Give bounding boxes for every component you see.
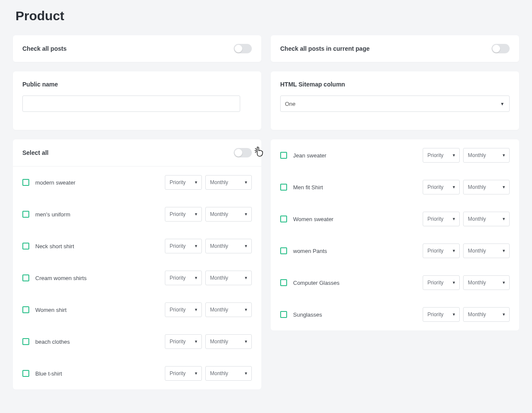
product-checkbox[interactable] [22, 306, 29, 313]
frequency-select[interactable]: Monthly [463, 307, 510, 322]
frequency-select[interactable]: Monthly [205, 175, 252, 190]
product-name: Sunglasses [293, 311, 322, 318]
sitemap-column-card: HTML Sitemap column One [271, 71, 519, 130]
product-checkbox[interactable] [280, 311, 287, 318]
product-name: beach clothes [35, 339, 70, 345]
product-checkbox[interactable] [22, 211, 29, 218]
priority-select[interactable]: Priority [165, 302, 202, 317]
product-checkbox[interactable] [280, 279, 287, 286]
product-checkbox[interactable] [280, 216, 287, 222]
page-title: Product [15, 9, 519, 23]
product-name: Women sweater [293, 216, 334, 222]
product-name: men's uniform [35, 211, 70, 218]
frequency-select[interactable]: Monthly [463, 148, 510, 163]
product-row: beach clothesPriorityMonthly [13, 326, 261, 358]
priority-select[interactable]: Priority [423, 275, 460, 290]
priority-select[interactable]: Priority [165, 366, 202, 381]
product-checkbox[interactable] [280, 247, 287, 254]
product-checkbox[interactable] [22, 370, 29, 377]
product-row: Men fit ShirtPriorityMonthly [271, 171, 519, 203]
priority-select[interactable]: Priority [165, 239, 202, 253]
product-row: Women shirtPriorityMonthly [13, 294, 261, 326]
select-all-toggle[interactable] [234, 148, 252, 157]
product-row: Blue t-shirtPriorityMonthly [13, 358, 261, 389]
product-row: women PantsPriorityMonthly [271, 235, 519, 267]
public-name-card: Public name [13, 71, 261, 130]
public-name-input[interactable] [22, 96, 240, 112]
check-all-current-page-card: Check all posts in current page [271, 35, 519, 62]
sitemap-column-select[interactable]: One [280, 96, 510, 112]
product-list-left: modern sweaterPriorityMonthlymen's unifo… [13, 166, 261, 389]
cursor-pointer-icon [253, 145, 266, 163]
frequency-select[interactable]: Monthly [463, 180, 510, 194]
product-checkbox[interactable] [22, 243, 29, 250]
check-all-posts-toggle[interactable] [234, 44, 252, 53]
product-checkbox[interactable] [22, 338, 29, 345]
select-all-card: Select all [13, 139, 261, 166]
check-all-current-page-toggle[interactable] [492, 44, 510, 53]
product-name: Cream women shirts [35, 275, 87, 281]
product-name: Jean sweater [293, 152, 326, 159]
product-row: men's uniformPriorityMonthly [13, 198, 261, 230]
frequency-select[interactable]: Monthly [463, 212, 510, 226]
frequency-select[interactable]: Monthly [205, 239, 252, 253]
priority-select[interactable]: Priority [423, 212, 460, 226]
frequency-select[interactable]: Monthly [205, 207, 252, 222]
frequency-select[interactable]: Monthly [463, 243, 510, 258]
frequency-select[interactable]: Monthly [463, 275, 510, 290]
select-all-label: Select all [22, 149, 49, 156]
product-name: Computer Glasses [293, 280, 340, 286]
public-name-label: Public name [22, 81, 252, 88]
check-all-posts-label: Check all posts [22, 45, 67, 52]
product-row: Women sweaterPriorityMonthly [271, 203, 519, 235]
product-row: Jean sweaterPriorityMonthly [271, 139, 519, 171]
product-list-right: Jean sweaterPriorityMonthlyMen fit Shirt… [271, 139, 519, 330]
priority-select[interactable]: Priority [423, 148, 460, 163]
priority-select[interactable]: Priority [165, 334, 202, 349]
priority-select[interactable]: Priority [423, 180, 460, 194]
product-checkbox[interactable] [22, 274, 29, 281]
priority-select[interactable]: Priority [165, 175, 202, 190]
product-row: Cream women shirtsPriorityMonthly [13, 262, 261, 294]
product-checkbox[interactable] [22, 179, 29, 186]
product-row: Neck short shirtPriorityMonthly [13, 230, 261, 262]
product-name: Blue t-shirt [35, 370, 62, 377]
frequency-select[interactable]: Monthly [205, 271, 252, 285]
product-checkbox[interactable] [280, 152, 287, 159]
frequency-select[interactable]: Monthly [205, 334, 252, 349]
priority-select[interactable]: Priority [423, 307, 460, 322]
product-checkbox[interactable] [280, 184, 287, 191]
check-all-current-page-label: Check all posts in current page [280, 45, 370, 52]
product-column-left: Select all modern sweaterPriorityMonthly… [13, 139, 261, 389]
product-name: Neck short shirt [35, 243, 74, 250]
priority-select[interactable]: Priority [423, 243, 460, 258]
frequency-select[interactable]: Monthly [205, 366, 252, 381]
product-row: SunglassesPriorityMonthly [271, 299, 519, 330]
product-row: modern sweaterPriorityMonthly [13, 166, 261, 198]
sitemap-column-label: HTML Sitemap column [280, 81, 510, 88]
product-name: Women shirt [35, 307, 67, 313]
priority-select[interactable]: Priority [165, 271, 202, 285]
product-column-right: Jean sweaterPriorityMonthlyMen fit Shirt… [271, 139, 519, 330]
priority-select[interactable]: Priority [165, 207, 202, 222]
check-all-posts-card: Check all posts [13, 35, 261, 62]
product-name: women Pants [293, 248, 327, 254]
product-name: modern sweater [35, 179, 75, 186]
frequency-select[interactable]: Monthly [205, 302, 252, 317]
product-row: Computer GlassesPriorityMonthly [271, 267, 519, 299]
product-name: Men fit Shirt [293, 184, 323, 191]
